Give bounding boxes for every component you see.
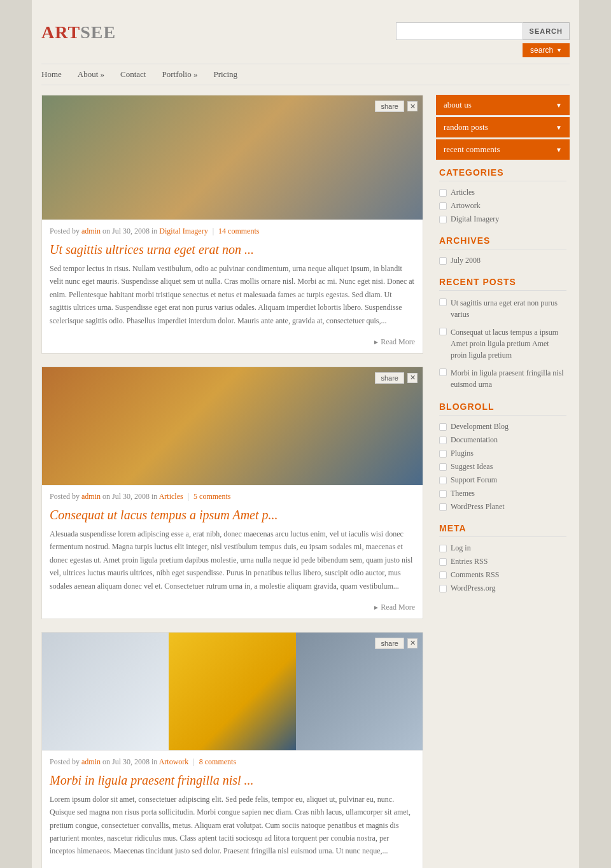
- post-1-title-link[interactable]: Ut sagittis ultrices urna eget erat non …: [50, 242, 254, 256]
- sidebar-meta-wordpress-org[interactable]: WordPress.org: [451, 584, 495, 593]
- logo-art: ART: [41, 22, 80, 42]
- sidebar-blogroll: BLOGROLL Development Blog Documentation …: [436, 402, 570, 512]
- nav-contact[interactable]: Contact: [120, 69, 146, 80]
- post-1-meta-date: on Jul 30, 2008 in: [102, 227, 157, 235]
- sidebar-meta-title: META: [439, 523, 566, 537]
- list-item: Articles: [439, 188, 566, 197]
- main-layout: share ✕ Posted by admin on Jul 30, 2008 …: [41, 85, 570, 868]
- post-3-category[interactable]: Artowork: [159, 757, 189, 766]
- post-2-image: [42, 367, 423, 485]
- post-3-image-part-c: [296, 633, 423, 750]
- post-2-sep: |: [188, 492, 189, 501]
- post-2-close-button[interactable]: ✕: [407, 373, 418, 383]
- post-1-meta: Posted by admin on Jul 30, 2008 in Digit…: [42, 220, 423, 239]
- list-item: Ut sagittis urna eget erat non purus var…: [439, 297, 566, 320]
- list-item: Entries RSS: [439, 557, 566, 566]
- post-1-read-more-link[interactable]: Read More: [373, 337, 415, 346]
- post-2-author[interactable]: admin: [81, 492, 101, 501]
- sidebar-blogroll-title: BLOGROLL: [439, 402, 566, 416]
- sidebar-recent-post-3[interactable]: Morbi in ligula praesent fringilla nisl …: [451, 367, 566, 390]
- sidebar-recent-posts-title: RECENT POSTS: [439, 277, 566, 291]
- post-1-meta-prefix: Posted by: [50, 227, 80, 235]
- nav-portfolio[interactable]: Portfolio »: [162, 69, 197, 80]
- post-3-body: Lorem ipsum dolor sit amet, consectetuer…: [42, 793, 423, 864]
- sidebar-blogroll-suggest-ideas[interactable]: Suggest Ideas: [451, 462, 493, 472]
- sidebar-blogroll-support-forum[interactable]: Support Forum: [451, 475, 497, 485]
- post-1-category[interactable]: Digital Imagery: [159, 227, 207, 235]
- sidebar-recent-post-1[interactable]: Ut sagittis urna eget erat non purus var…: [451, 297, 566, 320]
- post-1-body: Sed tempor lectus in risus. Nullam vesti…: [42, 262, 423, 333]
- post-2-meta-prefix: Posted by: [50, 492, 80, 501]
- post-3-title: Morbi in ligula praesent fringilla nisl …: [42, 770, 423, 793]
- sidebar-blogroll-list: Development Blog Documentation Plugins S…: [439, 422, 566, 512]
- list-item: Documentation: [439, 435, 566, 445]
- post-3-comments[interactable]: 8 comments: [199, 757, 236, 766]
- sidebar-archives-list: July 2008: [439, 256, 566, 265]
- post-3-close-button[interactable]: ✕: [407, 638, 418, 648]
- sidebar-blogroll-documentation[interactable]: Documentation: [451, 435, 498, 445]
- post-1-comments[interactable]: 14 comments: [218, 227, 259, 235]
- sidebar-archive-july-2008[interactable]: July 2008: [451, 256, 481, 265]
- logo-see: SEE: [80, 22, 116, 42]
- nav-home[interactable]: Home: [41, 69, 62, 80]
- sidebar-blogroll-themes[interactable]: Themes: [451, 489, 475, 498]
- post-3-meta: Posted by admin on Jul 30, 2008 in Artow…: [42, 750, 423, 770]
- post-2-body: Alesuada suspendisse lorem adipiscing es…: [42, 528, 423, 599]
- post-2-meta-date: on Jul 30, 2008 in: [102, 492, 157, 501]
- sidebar-categories-list: Articles Artowork Digital Imagery: [439, 188, 566, 224]
- search-button[interactable]: SEARCH: [523, 22, 570, 40]
- post-2-category[interactable]: Articles: [159, 492, 183, 501]
- post-3-share-button[interactable]: share: [375, 638, 404, 649]
- list-item: Support Forum: [439, 475, 566, 485]
- post-3-meta-date: on Jul 30, 2008 in: [102, 757, 157, 766]
- sidebar-recent-comments-button[interactable]: recent comments ▼: [436, 139, 570, 160]
- search-input[interactable]: [396, 22, 523, 40]
- sidebar-about-us-button[interactable]: about us ▼: [436, 95, 570, 115]
- sidebar-recent-post-2[interactable]: Consequat ut lacus tempus a ipsum Amet p…: [451, 326, 566, 361]
- post-3-image: [42, 633, 423, 750]
- nav-pricing[interactable]: Pricing: [213, 69, 237, 80]
- sidebar-random-posts-label: random posts: [444, 122, 488, 132]
- sidebar-meta: META Log in Entries RSS Comments RSS Wor…: [436, 523, 570, 593]
- post-1-share-button[interactable]: share: [375, 101, 404, 112]
- sidebar-random-posts-button[interactable]: random posts ▼: [436, 117, 570, 137]
- list-item: Development Blog: [439, 422, 566, 431]
- sidebar-about-us-label: about us: [444, 100, 472, 110]
- sidebar-blogroll-plugins[interactable]: Plugins: [451, 449, 474, 458]
- post-3-meta-prefix: Posted by: [50, 757, 80, 766]
- list-item: Themes: [439, 489, 566, 498]
- list-item: Artowork: [439, 201, 566, 211]
- post-2-comments[interactable]: 5 comments: [193, 492, 230, 501]
- post-2-read-more-link[interactable]: Read More: [373, 603, 415, 612]
- list-item: Morbi in ligula praesent fringilla nisl …: [439, 367, 566, 390]
- search-dropdown-button[interactable]: search: [523, 43, 570, 57]
- list-item: Digital Imagery: [439, 214, 566, 224]
- post-2-share-button[interactable]: share: [375, 372, 404, 384]
- post-3-image-part-b: [169, 633, 295, 750]
- list-item: July 2008: [439, 256, 566, 265]
- list-item: Plugins: [439, 449, 566, 458]
- list-item: WordPress Planet: [439, 502, 566, 512]
- post-1-author[interactable]: admin: [81, 227, 101, 235]
- sidebar-categories: CATEGORIES Articles Artowork Digital Ima…: [436, 167, 570, 224]
- sidebar-category-articles[interactable]: Articles: [451, 188, 475, 197]
- post-2-title-link[interactable]: Consequat ut lacus tempus a ipsum Amet p…: [50, 508, 278, 522]
- sidebar-meta-comments-rss[interactable]: Comments RSS: [451, 570, 499, 580]
- sidebar-category-artowork[interactable]: Artowork: [451, 201, 481, 211]
- post-2-meta: Posted by admin on Jul 30, 2008 in Artic…: [42, 485, 423, 505]
- logo: ARTSEE: [41, 22, 116, 43]
- sidebar-blogroll-dev-blog[interactable]: Development Blog: [451, 422, 509, 431]
- post-3-title-link[interactable]: Morbi in ligula praesent fringilla nisl …: [50, 773, 254, 787]
- post-3-author[interactable]: admin: [81, 757, 101, 766]
- nav-about[interactable]: About »: [78, 69, 104, 80]
- post-1-close-button[interactable]: ✕: [407, 101, 418, 111]
- post-2: share ✕ Posted by admin on Jul 30, 2008 …: [41, 367, 423, 619]
- list-item: Suggest Ideas: [439, 462, 566, 472]
- sidebar-blogroll-wordpress-planet[interactable]: WordPress Planet: [451, 502, 505, 512]
- sidebar-category-digital-imagery[interactable]: Digital Imagery: [451, 214, 499, 224]
- sidebar-about-us-arrow-icon: ▼: [556, 102, 562, 109]
- sidebar-meta-entries-rss[interactable]: Entries RSS: [451, 557, 488, 566]
- sidebar-meta-log-in[interactable]: Log in: [451, 543, 471, 553]
- list-item: Comments RSS: [439, 570, 566, 580]
- post-1: share ✕ Posted by admin on Jul 30, 2008 …: [41, 95, 423, 354]
